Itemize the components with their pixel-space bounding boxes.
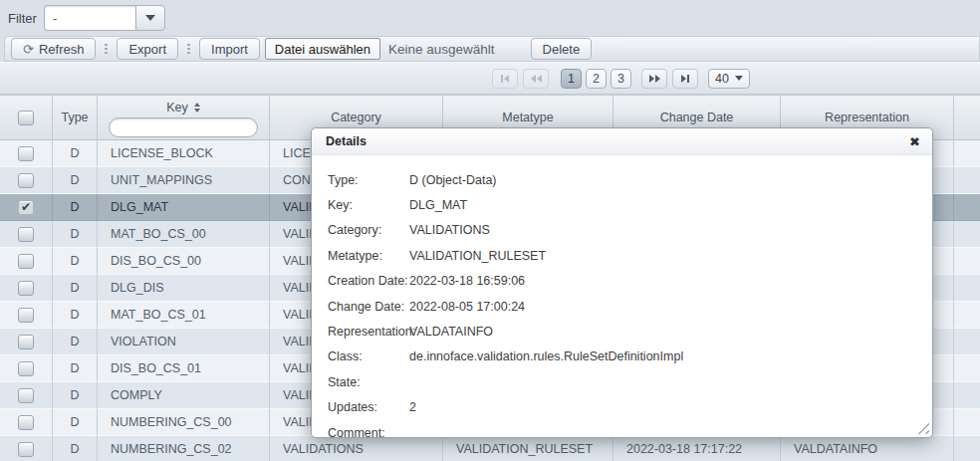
cell-type: D	[53, 409, 98, 436]
detail-field: State:	[328, 369, 918, 394]
close-icon[interactable]: ✖	[909, 135, 920, 148]
row-checkbox-cell: ✔	[0, 194, 53, 221]
cell-key: NUMBERING_CS_00	[98, 409, 270, 436]
detail-value: VALDATAINFO	[409, 325, 493, 339]
row-checkbox[interactable]	[18, 254, 34, 269]
cell-filler	[954, 194, 980, 221]
seek-first-icon	[501, 75, 503, 83]
row-checkbox[interactable]	[18, 227, 34, 242]
row-checkbox[interactable]	[18, 146, 34, 161]
cell-filler	[954, 302, 980, 329]
details-dialog-title: Details	[326, 134, 909, 148]
cell-key: DLG_MAT	[98, 194, 270, 221]
filter-combobox	[44, 5, 165, 31]
detail-label: Metatype:	[328, 249, 409, 263]
detail-value: de.innoface.validation.rules.RuleSetDefi…	[409, 349, 683, 363]
next-page-button[interactable]	[641, 69, 667, 89]
row-checkbox[interactable]	[18, 281, 34, 296]
seek-last-icon	[687, 75, 689, 83]
previous-page-button[interactable]	[523, 69, 549, 89]
cell-filler	[954, 436, 980, 461]
select-all-checkbox[interactable]	[18, 111, 34, 125]
sort-icon[interactable]	[194, 103, 200, 113]
cell-filler	[954, 167, 980, 194]
page-button-2[interactable]: 2	[586, 69, 607, 89]
import-button-label: Import	[211, 42, 248, 57]
cell-key: NUMBERING_CS_02	[98, 436, 270, 461]
arrow-right-icon	[649, 75, 654, 83]
row-checkbox[interactable]	[18, 361, 34, 376]
last-page-button[interactable]	[672, 69, 698, 89]
detail-label: Type:	[328, 173, 409, 187]
filter-combobox-dropdown-button[interactable]	[135, 5, 165, 31]
row-checkbox-cell	[0, 221, 53, 248]
column-header-key[interactable]: Key	[98, 96, 270, 139]
modal-fields: Type:D (Object-Data)Key:DLG_MATCategory:…	[312, 155, 932, 445]
row-checkbox-cell	[0, 167, 53, 194]
detail-label: Category:	[328, 223, 409, 237]
row-checkbox-checked[interactable]: ✔	[18, 200, 34, 215]
seek-first-icon	[504, 75, 509, 83]
column-header-type[interactable]: Type	[53, 96, 98, 139]
row-checkbox[interactable]	[18, 173, 34, 188]
detail-label: Comment:	[328, 426, 409, 440]
cell-filler	[954, 275, 980, 302]
row-checkbox[interactable]	[18, 388, 34, 403]
detail-field: Representation:VALDATAINFO	[328, 319, 918, 344]
detail-field: Change Date:2022-08-05 17:00:24	[328, 294, 918, 319]
row-checkbox-cell	[0, 248, 53, 275]
row-checkbox-cell	[0, 436, 53, 461]
detail-field: Key:DLG_MAT	[328, 192, 918, 217]
key-filter-input[interactable]	[109, 117, 258, 137]
cell-key: LICENSE_BLOCK	[98, 140, 270, 167]
toolbar-separator-icon	[105, 43, 108, 55]
arrow-right-icon	[655, 75, 660, 83]
detail-label: Change Date:	[328, 300, 409, 314]
filter-bar: Filter	[0, 0, 980, 36]
row-checkbox[interactable]	[18, 415, 34, 430]
cell-key: DIS_BO_CS_01	[98, 355, 270, 382]
first-page-button[interactable]	[492, 69, 518, 89]
arrow-left-icon	[531, 75, 536, 83]
page-size-value: 40	[715, 72, 729, 86]
detail-label: Representation:	[328, 325, 409, 339]
column-header-filler	[954, 96, 980, 139]
refresh-button[interactable]: ⟳ Refresh	[11, 38, 96, 60]
choose-file-button[interactable]: Datei auswählen	[265, 38, 380, 60]
toolbar-separator-icon	[187, 43, 190, 55]
cell-filler	[954, 221, 980, 248]
cell-key: COMPLY	[98, 382, 270, 409]
cell-key: DIS_BO_CS_00	[98, 248, 270, 275]
page-button-1[interactable]: 1	[561, 69, 582, 89]
import-button[interactable]: Import	[199, 38, 260, 60]
select-all-header-cell	[0, 96, 53, 139]
row-checkbox-cell	[0, 382, 53, 409]
row-checkbox-cell	[0, 329, 53, 355]
filter-combobox-input[interactable]	[44, 5, 135, 31]
cell-type: D	[53, 248, 98, 275]
chevron-down-icon	[145, 15, 155, 21]
row-checkbox[interactable]	[18, 335, 34, 349]
cell-key: MAT_BO_CS_01	[98, 302, 270, 329]
detail-label: Class:	[328, 349, 409, 363]
file-status-text: Keine ausgewählt	[388, 42, 495, 57]
chevron-down-icon	[735, 76, 743, 81]
detail-field: Class:de.innoface.validation.rules.RuleS…	[328, 345, 918, 369]
export-button[interactable]: Export	[117, 38, 178, 60]
seek-last-icon	[681, 75, 686, 83]
delete-button[interactable]: Delete	[531, 38, 593, 60]
details-dialog-titlebar[interactable]: Details ✖	[312, 128, 932, 155]
row-checkbox[interactable]	[18, 442, 34, 457]
detail-label: State:	[328, 375, 409, 389]
cell-filler	[954, 355, 980, 382]
cell-type: D	[53, 355, 98, 382]
row-checkbox-cell	[0, 140, 53, 167]
toolbar: ⟳ Refresh Export Import Datei auswählen …	[4, 36, 980, 62]
detail-value: 2	[409, 400, 416, 414]
detail-label: Updates:	[328, 400, 409, 414]
paginator: 1 2 3 40	[0, 62, 980, 95]
cell-type: D	[53, 382, 98, 409]
row-checkbox[interactable]	[18, 308, 34, 323]
page-size-select[interactable]: 40	[708, 69, 750, 89]
page-button-3[interactable]: 3	[611, 69, 631, 89]
